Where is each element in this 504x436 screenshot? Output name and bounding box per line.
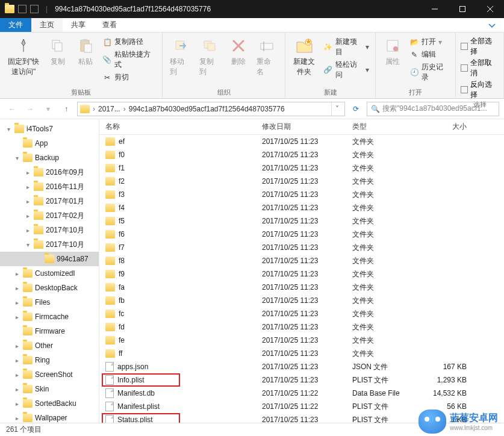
minimize-button[interactable] [421,0,449,18]
col-type[interactable]: 类型 [346,122,418,132]
col-date[interactable]: 修改日期 [256,122,346,132]
tab-share[interactable]: 共享 [63,18,94,32]
breadcrumb-item[interactable]: 994c1a87b4030ed95acf1ad7f12564d487035776 [129,105,285,113]
list-item[interactable]: Info.plist2017/10/25 11:23PLIST 文件1,293 … [99,373,504,387]
twisty-icon[interactable]: ▸ [24,184,31,190]
close-button[interactable] [476,0,504,18]
qat-icon[interactable] [30,5,39,13]
col-name[interactable]: 名称 [99,122,256,132]
help-button[interactable] [480,18,504,32]
rename-button[interactable]: 重命名 [254,35,280,78]
twisty-icon[interactable]: ▸ [13,386,20,393]
list-item[interactable]: f92017/10/25 11:23文件夹 [99,267,504,281]
list-item[interactable]: ef2017/10/25 11:23文件夹 [99,135,504,148]
twisty-icon[interactable]: ▸ [13,285,20,291]
recent-button[interactable]: ▾ [41,102,55,116]
twisty-icon[interactable]: ▸ [13,400,20,407]
paste-shortcut-button[interactable]: 📎粘贴快捷方式 [101,49,157,70]
new-folder-button[interactable]: ★ 新建文件夹 [290,35,319,78]
breadcrumb[interactable]: › 2017... › 994c1a87b4030ed95acf1ad7f125… [77,102,345,116]
cut-button[interactable]: ✂剪切 [101,72,157,83]
tree-node[interactable]: ▸2017年10月 [0,223,99,237]
twisty-icon[interactable]: ▸ [24,227,31,234]
twisty-icon[interactable]: ▸ [13,314,20,320]
forward-button[interactable]: → [23,102,37,116]
tree-node[interactable]: ▸Ring [0,353,99,367]
open-button[interactable]: 📂打开 ▾ [408,36,450,48]
tree-node[interactable]: ▾2017年10月 [0,237,99,252]
tree-node[interactable]: ▸Other [0,338,99,353]
search-input[interactable]: 🔍 搜索"994c1a87b4030ed95acf1... [367,102,499,116]
tree-node[interactable]: ▸ScreenShot [0,367,99,382]
list-item[interactable]: fa2017/10/25 11:23文件夹 [99,281,504,294]
tab-home[interactable]: 主页 [31,18,63,32]
list-item[interactable]: apps.json2017/10/25 11:23JSON 文件167 KB [99,360,504,373]
tree-node[interactable]: ▸2017年02月 [0,208,99,223]
twisty-icon[interactable]: ▾ [5,126,12,132]
history-button[interactable]: 🕘历史记录 [408,61,450,83]
maximize-button[interactable] [449,0,476,18]
twisty-icon[interactable]: ▸ [24,213,31,219]
col-size[interactable]: 大小 [418,122,479,132]
tree-node[interactable]: ▸2016年11月 [0,179,99,194]
list-item[interactable]: ff2017/10/25 11:23文件夹 [99,347,504,360]
twisty-icon[interactable]: ▸ [13,372,20,378]
refresh-button[interactable]: ⟳ [349,102,363,116]
paste-button[interactable]: 粘贴 [73,35,98,68]
twisty-icon[interactable]: ▸ [13,343,20,349]
list-item[interactable]: f62017/10/25 11:23文件夹 [99,228,504,241]
twisty-icon[interactable]: ▸ [24,169,31,176]
breadcrumb-item[interactable]: 2017... [98,105,120,113]
properties-button[interactable]: 属性 [381,35,405,68]
list-header[interactable]: 名称 修改日期 类型 大小 [99,119,504,135]
twisty-icon[interactable]: ▸ [13,357,20,364]
tab-view[interactable]: 查看 [94,18,125,32]
move-to-button[interactable]: 移动到 [167,35,193,78]
tree-node[interactable]: ▸DesktopBack [0,281,99,295]
edit-button[interactable]: ✎编辑 [408,49,450,60]
list-item[interactable]: f02017/10/25 11:23文件夹 [99,148,504,161]
tree-node[interactable]: ▸Files [0,295,99,310]
list-item[interactable]: fd2017/10/25 11:23文件夹 [99,320,504,334]
list-item[interactable]: f52017/10/25 11:23文件夹 [99,214,504,228]
select-all-button[interactable]: 全部选择 [461,36,499,57]
copy-button[interactable]: 复制 [46,35,70,68]
tree-node[interactable]: ▸Skin [0,382,99,396]
list-item[interactable]: f72017/10/25 11:23文件夹 [99,241,504,254]
pin-button[interactable]: 固定到"快速访问" [5,35,42,78]
copy-to-button[interactable]: 复制到 [197,35,223,78]
copy-path-button[interactable]: 📋复制路径 [101,36,157,48]
select-none-button[interactable]: 全部取消 [461,58,499,78]
qat-icon[interactable] [18,5,26,13]
tree-node[interactable]: ▸2016年09月 [0,165,99,179]
list-item[interactable]: f82017/10/25 11:23文件夹 [99,254,504,267]
list-item[interactable]: fc2017/10/25 11:23文件夹 [99,307,504,320]
tree-node[interactable]: ▸Firmcache [0,310,99,324]
back-button[interactable]: ← [5,102,19,116]
tree-node[interactable]: ▸SortedBacku [0,396,99,411]
tree-node[interactable]: Firmware [0,324,99,338]
tree-node[interactable]: ▾Backup [0,151,99,165]
twisty-icon[interactable]: ▾ [24,241,31,248]
delete-button[interactable]: 删除 [226,35,250,68]
path-dropdown[interactable]: ˅ [331,102,342,116]
chevron-right-icon[interactable]: › [91,105,97,113]
new-item-button[interactable]: ✨新建项目 ▾ [322,36,370,58]
twisty-icon[interactable]: ▸ [13,415,20,422]
twisty-icon[interactable]: ▸ [24,198,31,205]
tree-node[interactable]: 994c1a87 [0,252,99,266]
easy-access-button[interactable]: 🔗轻松访问 ▾ [322,59,370,81]
up-button[interactable]: ↑ [59,102,73,116]
tree-node[interactable]: App [0,136,99,151]
tree-node[interactable]: ▸2017年01月 [0,194,99,208]
list-item[interactable]: f12017/10/25 11:23文件夹 [99,161,504,175]
list-item[interactable]: Manifest.db2017/10/25 11:22Data Base Fil… [99,387,504,400]
list-item[interactable]: f32017/10/25 11:23文件夹 [99,188,504,201]
tree-node[interactable]: ▸CustomizedI [0,266,99,281]
invert-selection-button[interactable]: 反向选择 [461,79,499,100]
twisty-icon[interactable]: ▸ [13,299,20,306]
list-item[interactable]: fb2017/10/25 11:23文件夹 [99,294,504,307]
twisty-icon[interactable]: ▾ [13,155,20,161]
list-item[interactable]: f42017/10/25 11:23文件夹 [99,201,504,214]
list-item[interactable]: fe2017/10/25 11:23文件夹 [99,334,504,347]
